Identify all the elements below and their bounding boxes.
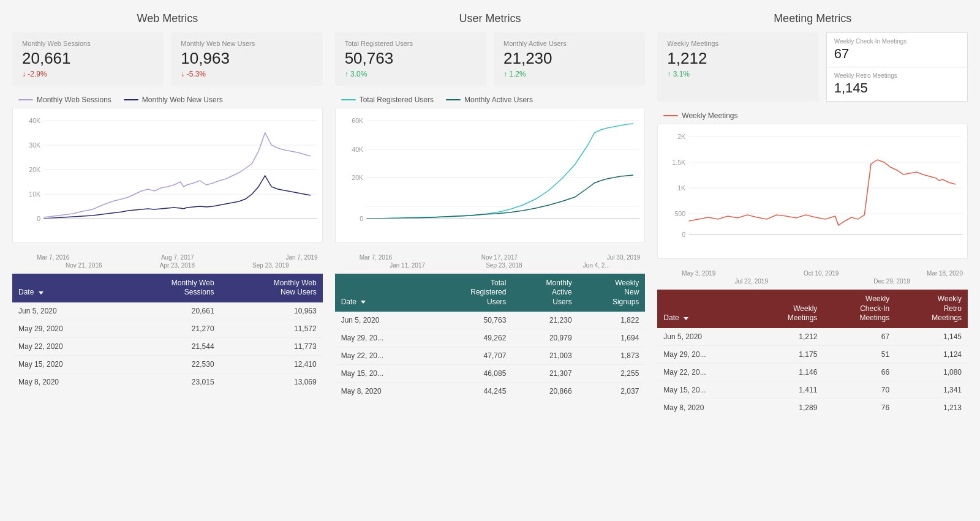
svg-text:60K: 60K bbox=[352, 118, 363, 124]
user-table-date-header[interactable]: Date bbox=[335, 274, 430, 312]
web-table-new-users-header: Monthly WebNew Users bbox=[221, 274, 323, 302]
web-metrics-title: Web Metrics bbox=[12, 12, 323, 25]
meeting-chart-container: 2K 1.5K 1K 500 0 bbox=[657, 124, 968, 259]
user-metrics-title: User Metrics bbox=[335, 12, 646, 25]
meeting-row4-checkin: 70 bbox=[823, 381, 895, 399]
web-row2-date: May 29, 2020 bbox=[12, 320, 118, 337]
web-chart-container: 40K 30K 20K 10K 0 bbox=[12, 108, 323, 243]
meeting-data-table: Date WeeklyMeetings WeeklyCheck-InMeetin… bbox=[657, 290, 968, 416]
user-table-signups-header: WeeklyNewSignups bbox=[578, 274, 646, 312]
svg-text:500: 500 bbox=[675, 211, 686, 217]
checkin-meetings-value: 67 bbox=[834, 46, 960, 62]
user-data-table: Date TotalRegisteredUsers MonthlyActiveU… bbox=[335, 274, 646, 400]
user-row2-total: 49,262 bbox=[429, 329, 512, 347]
user-chart-svg: 60K 40K 20K 0 bbox=[341, 114, 640, 237]
user-kpi-row: Total Registered Users 50,763 ↑ 3.0% Mon… bbox=[335, 32, 646, 86]
meeting-row4-date: May 15, 20... bbox=[657, 381, 751, 399]
meeting-chart-legend: Weekly Meetings bbox=[657, 111, 968, 120]
user-row2-active: 20,979 bbox=[512, 329, 578, 347]
svg-text:0: 0 bbox=[360, 216, 363, 222]
total-users-chart-line bbox=[366, 124, 633, 219]
user-legend-total: Total Registered Users bbox=[341, 96, 434, 104]
svg-text:30K: 30K bbox=[29, 142, 40, 149]
meeting-x-label-2: Oct 10, 2019 bbox=[804, 270, 839, 277]
user-row5-total: 44,245 bbox=[429, 383, 512, 400]
web-new-users-legend-line bbox=[124, 99, 138, 100]
web-sessions-value: 20,661 bbox=[22, 50, 154, 67]
meeting-x-label-1: May 3, 2019 bbox=[682, 270, 715, 277]
meeting-table-checkin-header: WeeklyCheck-InMeetings bbox=[823, 290, 895, 328]
svg-text:0: 0 bbox=[682, 231, 686, 238]
monthly-active-label: Monthly Active Users bbox=[503, 40, 635, 47]
meeting-legend-weekly: Weekly Meetings bbox=[663, 111, 737, 120]
meeting-row3-checkin: 66 bbox=[823, 363, 895, 381]
meeting-kpi-row: Weekly Meetings 1,212 ↑ 3.1% Weekly Chec… bbox=[657, 32, 968, 102]
web-date-sort-icon bbox=[39, 291, 43, 294]
web-row3-new-users: 11,773 bbox=[221, 337, 323, 355]
weekly-meetings-legend-line bbox=[663, 115, 678, 116]
meeting-x-axis-labels-2: Jul 22, 2019 Dec 29, 2019 bbox=[657, 278, 968, 285]
meeting-x-axis-labels: May 3, 2019 Oct 10, 2019 Mar 18, 2020 bbox=[657, 269, 968, 277]
meeting-row5-checkin: 76 bbox=[823, 399, 895, 416]
web-row2-new-users: 11,572 bbox=[221, 320, 323, 337]
web-new-users-kpi: Monthly Web New Users 10,963 ↓ -5.3% bbox=[171, 32, 322, 86]
meeting-row2-checkin: 51 bbox=[823, 345, 895, 363]
user-row5-signups: 2,037 bbox=[578, 383, 646, 400]
user-x-label-2: Nov 17, 2017 bbox=[481, 254, 518, 261]
table-row: May 8, 2020 1,289 76 1,213 bbox=[657, 399, 968, 416]
meeting-table-date-header[interactable]: Date bbox=[657, 290, 751, 328]
meeting-row3-weekly: 1,146 bbox=[752, 363, 824, 381]
weekly-meetings-change: ↑ 3.1% bbox=[667, 70, 809, 78]
table-row: May 22, 20... 47,707 21,003 1,873 bbox=[335, 347, 646, 365]
user-chart-legend: Total Registered Users Monthly Active Us… bbox=[335, 96, 646, 104]
user-metrics-section: User Metrics Total Registered Users 50,7… bbox=[335, 12, 646, 416]
web-table-sessions-header: Monthly WebSessions bbox=[118, 274, 220, 302]
checkin-meetings-kpi: Weekly Check-In Meetings 67 bbox=[826, 32, 968, 67]
table-row: May 29, 20... 1,175 51 1,124 bbox=[657, 345, 968, 363]
user-x-label-6: Jun 4, 2... bbox=[583, 262, 610, 269]
meeting-chart-svg: 2K 1.5K 1K 500 0 bbox=[663, 130, 962, 253]
svg-text:10K: 10K bbox=[29, 191, 40, 198]
table-row: May 8, 2020 44,245 20,866 2,037 bbox=[335, 383, 646, 400]
web-legend-sessions: Monthly Web Sessions bbox=[18, 96, 111, 104]
web-row1-new-users: 10,963 bbox=[221, 302, 323, 320]
web-sessions-label: Monthly Web Sessions bbox=[22, 40, 154, 47]
svg-text:1.5K: 1.5K bbox=[673, 159, 686, 166]
user-row3-date: May 22, 20... bbox=[335, 347, 430, 365]
weekly-meetings-value: 1,212 bbox=[667, 50, 809, 67]
web-row1-date: Jun 5, 2020 bbox=[12, 302, 118, 320]
meeting-row1-weekly: 1,212 bbox=[752, 328, 824, 346]
web-new-users-label: Monthly Web New Users bbox=[181, 40, 312, 47]
svg-text:40K: 40K bbox=[352, 146, 363, 153]
svg-text:2K: 2K bbox=[678, 133, 686, 140]
web-row2-sessions: 21,270 bbox=[118, 320, 220, 337]
table-row: Jun 5, 2020 50,763 21,230 1,822 bbox=[335, 312, 646, 329]
web-table-date-header[interactable]: Date bbox=[12, 274, 118, 302]
svg-text:40K: 40K bbox=[29, 118, 40, 124]
meeting-row4-weekly: 1,411 bbox=[752, 381, 824, 399]
user-row1-date: Jun 5, 2020 bbox=[335, 312, 430, 329]
svg-text:0: 0 bbox=[37, 216, 40, 222]
retro-meetings-label: Weekly Retro Meetings bbox=[834, 72, 960, 79]
monthly-active-legend-line bbox=[446, 99, 461, 100]
user-chart-container: 60K 40K 20K 0 bbox=[335, 108, 646, 243]
meeting-row2-weekly: 1,175 bbox=[752, 345, 824, 363]
monthly-active-change: ↑ 1.2% bbox=[503, 70, 635, 78]
user-row3-active: 21,003 bbox=[512, 347, 578, 365]
meeting-row5-date: May 8, 2020 bbox=[657, 399, 751, 416]
user-table-total-header: TotalRegisteredUsers bbox=[429, 274, 512, 312]
checkin-meetings-label: Weekly Check-In Meetings bbox=[834, 38, 960, 45]
web-sessions-legend-label: Monthly Web Sessions bbox=[37, 96, 111, 104]
table-row: May 29, 20... 49,262 20,979 1,694 bbox=[335, 329, 646, 347]
web-row5-sessions: 23,015 bbox=[118, 373, 220, 391]
table-row: May 29, 2020 21,270 11,572 bbox=[12, 320, 323, 337]
total-users-legend-line bbox=[341, 99, 356, 100]
web-sessions-legend-line bbox=[18, 99, 33, 100]
user-row1-active: 21,230 bbox=[512, 312, 578, 329]
meeting-row1-checkin: 67 bbox=[823, 328, 895, 346]
web-x-label-5: Apr 23, 2018 bbox=[160, 262, 195, 269]
meeting-row4-retro: 1,341 bbox=[895, 381, 968, 399]
user-row3-signups: 1,873 bbox=[578, 347, 646, 365]
meeting-table-retro-header: WeeklyRetroMeetings bbox=[895, 290, 968, 328]
meeting-row2-retro: 1,124 bbox=[895, 345, 968, 363]
